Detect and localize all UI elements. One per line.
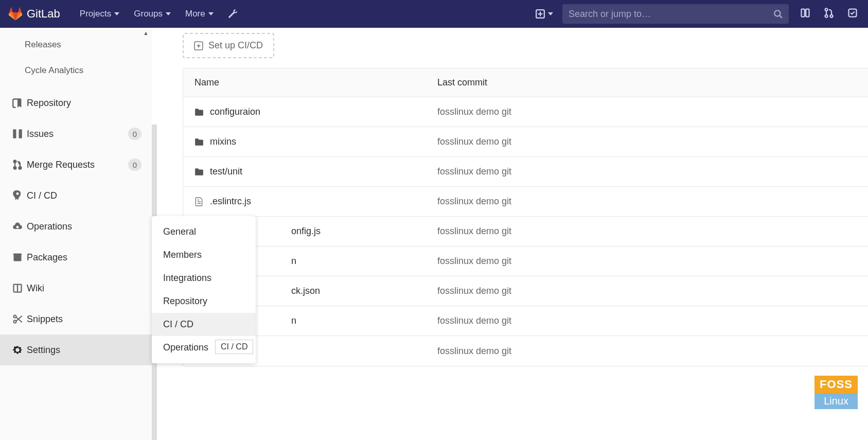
commit-cell[interactable]: fosslinux demo git: [437, 286, 868, 296]
sidebar-sub-section: Releases Cycle Analytics: [0, 28, 152, 87]
issues-icon: [800, 8, 810, 18]
label: Wiki: [27, 283, 44, 294]
flyout-item-general[interactable]: General: [152, 220, 256, 243]
folder-icon: [194, 108, 204, 117]
file-name: test/unit: [210, 166, 242, 177]
sidebar-item-snippets[interactable]: Snippets: [0, 304, 152, 335]
main-content: Set up CI/CD Name Last commit configurai…: [152, 28, 868, 440]
sidebar-item-packages[interactable]: Packages: [0, 242, 152, 273]
commit-cell[interactable]: fosslinux demo git: [437, 315, 868, 326]
search-input[interactable]: [569, 9, 773, 20]
header-name: Name: [183, 77, 437, 88]
nav-projects[interactable]: Projects: [73, 0, 127, 28]
rocket-icon: [12, 190, 23, 201]
label: Cycle Analytics: [25, 65, 83, 76]
sidebar-item-operations[interactable]: Operations: [0, 211, 152, 242]
sidebar-item-repository[interactable]: Repository: [0, 87, 152, 118]
label: Merge Requests: [27, 160, 95, 170]
file-name-cell[interactable]: configuraion: [183, 107, 437, 117]
merge-icon: [824, 8, 834, 18]
issues-icon: [12, 129, 23, 139]
tooltip: CI / CD: [215, 340, 253, 354]
commit-cell[interactable]: fosslinux demo git: [437, 166, 868, 177]
file-name-cell[interactable]: test/unit: [183, 166, 437, 177]
svg-rect-8: [13, 129, 16, 138]
table-row: ck.jsonfosslinux demo git: [183, 276, 868, 306]
label: Packages: [27, 252, 67, 263]
issues-badge: 0: [128, 128, 141, 140]
wrench-icon: [228, 9, 237, 19]
table-row: configuraionfosslinux demo git: [183, 97, 868, 127]
table-row: mixinsfosslinux demo git: [183, 127, 868, 157]
package-icon: [12, 252, 23, 262]
issues-shortcut[interactable]: [798, 6, 812, 22]
logo-area[interactable]: GitLab: [8, 7, 60, 21]
header-right: [536, 4, 860, 24]
flyout-item-cicd[interactable]: CI / CD: [152, 313, 256, 336]
nav-groups-label: Groups: [134, 9, 163, 19]
table-row: nfosslinux demo git: [183, 306, 868, 336]
file-name: configuraion: [210, 107, 260, 117]
watermark-top: FOSS: [814, 376, 858, 393]
svg-rect-3: [806, 9, 809, 17]
file-name: mixins: [210, 136, 236, 147]
nav-groups[interactable]: Groups: [127, 0, 178, 28]
sidebar-item-cycle-analytics[interactable]: Cycle Analytics: [0, 58, 152, 83]
search-box[interactable]: [562, 4, 789, 24]
sidebar-item-wiki[interactable]: Wiki: [0, 273, 152, 304]
label: Set up CI/CD: [208, 40, 263, 51]
sidebar-item-issues[interactable]: Issues 0: [0, 118, 152, 149]
sidebar-item-settings[interactable]: Settings: [0, 335, 152, 365]
gear-icon: [12, 345, 23, 355]
sidebar-item-merge-requests[interactable]: Merge Requests 0: [0, 149, 152, 180]
flyout-item-integrations[interactable]: Integrations: [152, 267, 256, 290]
commit-cell[interactable]: fosslinux demo git: [437, 136, 868, 147]
table-row: .eslintrc.jsfosslinux demo git: [183, 187, 868, 217]
commit-cell[interactable]: fosslinux demo git: [437, 107, 868, 117]
file-name: n: [291, 256, 296, 267]
top-header: GitLab Projects Groups More: [0, 0, 868, 28]
label: CI / CD: [27, 190, 57, 201]
table-header: Name Last commit: [183, 68, 868, 97]
flyout-item-members[interactable]: Members: [152, 243, 256, 267]
folder-icon: [194, 137, 204, 147]
commit-cell[interactable]: fosslinux demo git: [437, 256, 868, 267]
chevron-down-icon: [208, 12, 214, 15]
table-row: fosslinux demo git: [183, 336, 868, 366]
sidebar-item-releases[interactable]: Releases: [0, 32, 152, 58]
commit-cell[interactable]: fosslinux demo git: [437, 196, 868, 207]
nav-more-label: More: [185, 9, 205, 19]
flyout-item-repository[interactable]: Repository: [152, 290, 256, 313]
svg-point-6: [830, 15, 833, 17]
setup-cicd-button[interactable]: Set up CI/CD: [183, 33, 274, 58]
collapse-triangle-icon[interactable]: ▲: [143, 30, 149, 36]
label: General: [163, 226, 196, 237]
file-name-cell[interactable]: mixins: [183, 136, 437, 147]
commit-cell[interactable]: fosslinux demo git: [437, 226, 868, 237]
nav-more[interactable]: More: [178, 0, 221, 28]
merge-requests-shortcut[interactable]: [822, 6, 836, 22]
chevron-down-icon: [166, 12, 171, 15]
todo-icon: [847, 8, 858, 18]
label: Operations: [27, 221, 72, 232]
sidebar-item-cicd[interactable]: CI / CD: [0, 180, 152, 211]
svg-rect-9: [19, 129, 22, 138]
folder-icon: [194, 167, 204, 177]
sidebar: ▲ Releases Cycle Analytics Repository Is…: [0, 28, 152, 440]
watermark: FOSS Linux: [814, 376, 858, 409]
label: Members: [163, 250, 202, 260]
svg-point-4: [825, 8, 828, 11]
book-open-icon: [12, 283, 23, 293]
chevron-down-icon: [548, 12, 553, 15]
todos-shortcut[interactable]: [845, 6, 860, 22]
svg-point-12: [19, 167, 22, 169]
chevron-down-icon: [114, 12, 119, 15]
label: Repository: [163, 296, 207, 306]
svg-rect-2: [802, 9, 805, 17]
file-name: onfig.js: [291, 226, 321, 237]
new-dropdown[interactable]: [536, 9, 553, 19]
nav-wrench[interactable]: [221, 0, 244, 28]
commit-cell[interactable]: fosslinux demo git: [437, 346, 868, 357]
file-name-cell[interactable]: .eslintrc.js: [183, 196, 437, 207]
label: Snippets: [27, 314, 63, 325]
